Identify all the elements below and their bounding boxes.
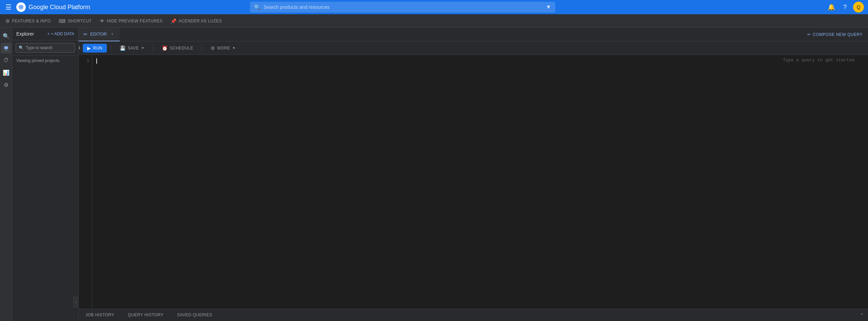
main-layout: 🔍 ⏱ 📊 ⚙ Explorer + + ADD DATA 🔍 ℹ Viewin… <box>0 28 868 321</box>
tab-saved-queries[interactable]: SAVED QUERIES <box>170 309 219 321</box>
explorer-search-icon: 🔍 <box>19 45 24 50</box>
add-data-icon: + <box>47 32 50 36</box>
sidebar-item-search[interactable]: 🔍 <box>1 31 12 41</box>
secondary-nav-acender[interactable]: 📌 ACENDER AS LUZES <box>171 18 222 24</box>
avatar[interactable]: Q <box>853 2 864 13</box>
more-dropdown-arrow[interactable]: ▼ <box>232 46 235 50</box>
sidebar-item-bigquery[interactable] <box>1 43 12 54</box>
explorer-search-box[interactable]: 🔍 ℹ <box>16 43 75 53</box>
cursor-line <box>96 58 864 64</box>
editor-tab-label: EDITOR <box>90 32 107 37</box>
toolbar-divider-2 <box>153 45 153 52</box>
icon-sidebar: 🔍 ⏱ 📊 ⚙ <box>0 28 12 321</box>
expand-icon[interactable]: ⌃ <box>860 313 864 318</box>
top-nav-bar: ☰ Google Cloud Platform 🔍 ▼ 🔔 ? Q <box>0 0 868 14</box>
query-editor[interactable]: 1 Type a query to get started <box>79 55 868 309</box>
explorer-resize-handle[interactable] <box>77 28 78 321</box>
tab-job-history[interactable]: JOB HISTORY <box>79 309 121 321</box>
secondary-nav-features[interactable]: ⚙ FEATURES & INFO <box>5 18 51 24</box>
save-button[interactable]: 💾 SAVE ▼ <box>115 44 149 53</box>
schedule-icon: ⏰ <box>162 45 168 51</box>
top-nav-left: ☰ Google Cloud Platform <box>4 2 113 13</box>
schedule-button[interactable]: ⏰ SCHEDULE <box>157 44 198 53</box>
explorer-info-icon[interactable]: ℹ <box>79 45 80 50</box>
compose-new-query-button[interactable]: ✏ COMPOSE NEW QUERY <box>802 28 868 41</box>
acender-label: ACENDER AS LUZES <box>179 19 222 23</box>
sidebar-item-history[interactable]: ⏱ <box>1 55 12 66</box>
run-icon: ▶ <box>87 45 91 51</box>
hide-preview-label: HIDE PREVIEW FEATURES <box>107 19 162 23</box>
features-label: FEATURES & INFO <box>12 19 51 23</box>
compose-icon: ✏ <box>807 32 811 37</box>
more-label: MORE <box>217 46 230 51</box>
shortcut-label: SHORTCUT <box>68 19 92 23</box>
editor-tab-close[interactable]: × <box>110 32 115 37</box>
more-button[interactable]: ⚙ MORE ▼ <box>206 44 240 53</box>
search-input[interactable] <box>264 4 543 10</box>
save-icon: 💾 <box>120 45 126 51</box>
run-button[interactable]: ▶ RUN <box>83 44 107 53</box>
toolbar-divider-1 <box>111 45 111 52</box>
sidebar-item-settings[interactable]: ⚙ <box>1 79 12 90</box>
more-icon: ⚙ <box>211 45 215 51</box>
save-label: SAVE <box>128 46 139 51</box>
features-icon: ⚙ <box>5 18 10 24</box>
editor-tab[interactable]: ✏ EDITOR × <box>79 28 120 41</box>
gcp-logo-circle <box>16 2 26 12</box>
notifications-icon[interactable]: 🔔 <box>826 2 837 13</box>
main-content: ✏ EDITOR × ✏ COMPOSE NEW QUERY ▶ RUN 💾 S… <box>79 28 868 321</box>
query-toolbar: ▶ RUN 💾 SAVE ▼ ⏰ SCHEDULE ⚙ MORE ▼ <box>79 41 868 55</box>
shortcut-icon: ⌨ <box>59 18 66 24</box>
sidebar-item-monitoring[interactable]: 📊 <box>1 67 12 78</box>
line-number-1: 1 <box>79 58 92 64</box>
explorer-sidebar: Explorer + + ADD DATA 🔍 ℹ Viewing pinned… <box>12 28 79 321</box>
compose-label: COMPOSE NEW QUERY <box>813 32 863 37</box>
add-data-button[interactable]: + + ADD DATA <box>47 32 74 36</box>
toolbar-divider-3 <box>202 45 202 52</box>
explorer-header: Explorer + + ADD DATA <box>12 28 78 40</box>
secondary-nav-hide-preview[interactable]: 👁 HIDE PREVIEW FEATURES <box>100 18 162 24</box>
app-title: Google Cloud Platform <box>28 4 90 11</box>
secondary-nav: ⚙ FEATURES & INFO ⌨ SHORTCUT 👁 HIDE PREV… <box>0 14 868 28</box>
editor-content[interactable]: Type a query to get started <box>92 55 868 309</box>
search-icon: 🔍 <box>254 4 261 11</box>
search-expand-icon[interactable]: ▼ <box>546 4 551 10</box>
hamburger-menu-icon[interactable]: ☰ <box>4 2 13 13</box>
hide-preview-icon: 👁 <box>100 18 105 24</box>
acender-icon: 📌 <box>171 18 177 24</box>
explorer-search-input[interactable] <box>26 45 77 50</box>
tab-query-history[interactable]: QUERY HISTORY <box>121 309 170 321</box>
schedule-label: SCHEDULE <box>170 46 193 51</box>
secondary-nav-shortcut[interactable]: ⌨ SHORTCUT <box>59 18 92 24</box>
tabs-row: ✏ EDITOR × ✏ COMPOSE NEW QUERY <box>79 28 868 41</box>
sidebar-collapse-button[interactable]: ‹ <box>73 297 79 307</box>
explorer-title: Explorer <box>16 31 34 37</box>
bottom-tabs: JOB HISTORY QUERY HISTORY SAVED QUERIES … <box>79 309 868 321</box>
viewing-pinned-text: Viewing pinned projects. <box>12 56 78 66</box>
gcp-logo[interactable]: Google Cloud Platform <box>16 2 90 12</box>
editor-tab-icon: ✏ <box>83 32 88 37</box>
help-icon[interactable]: ? <box>840 2 850 13</box>
bottom-tabs-right: ⌃ <box>860 313 868 318</box>
line-numbers: 1 <box>79 55 92 309</box>
global-search-bar[interactable]: 🔍 ▼ <box>250 2 555 13</box>
add-data-label: + ADD DATA <box>51 32 74 36</box>
explorer-search-container: 🔍 ℹ <box>12 40 78 56</box>
run-label: RUN <box>93 46 103 51</box>
top-nav-right: 🔔 ? Q <box>826 2 864 13</box>
cursor-blink <box>96 58 97 64</box>
save-dropdown-arrow[interactable]: ▼ <box>141 46 144 50</box>
